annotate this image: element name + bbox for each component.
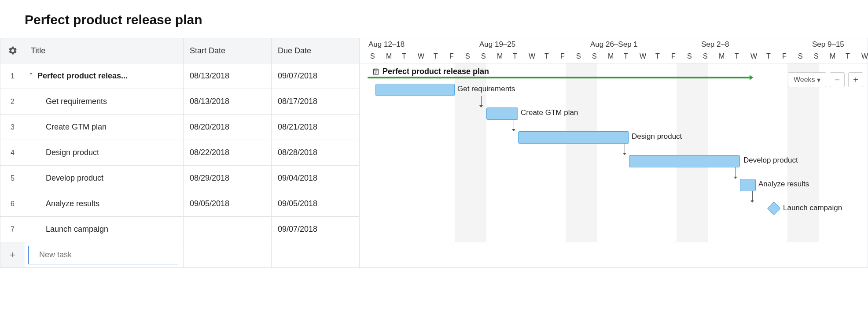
day-letter: S — [811, 52, 827, 60]
gantt-bar-label: Analyze results — [758, 180, 809, 189]
day-letter: W — [415, 52, 431, 60]
day-letter: F — [780, 52, 795, 60]
day-letter: W — [859, 52, 868, 60]
start-date-cell[interactable] — [183, 217, 271, 242]
gantt-summary-bar[interactable] — [368, 77, 750, 78]
row-number: 3 — [0, 115, 25, 140]
due-date-cell[interactable]: 09/04/2018 — [271, 166, 359, 191]
task-title-cell[interactable]: Get requirements — [25, 89, 183, 115]
row-number: 1 — [0, 63, 25, 89]
gantt-bar[interactable] — [740, 179, 756, 191]
svg-rect-0 — [374, 69, 379, 75]
start-date-cell[interactable]: 08/22/2018 — [183, 140, 271, 166]
day-letter: M — [716, 52, 732, 60]
day-letter: S — [574, 52, 589, 60]
zoom-out-button[interactable]: − — [830, 72, 845, 87]
empty-cell — [359, 242, 868, 268]
column-header-start-date[interactable]: Start Date — [183, 38, 271, 63]
gantt-bar-label: Get requirements — [457, 85, 515, 93]
table-settings-button[interactable] — [0, 38, 25, 63]
chevron-down-icon[interactable]: ˅ — [29, 71, 33, 81]
project-icon — [372, 68, 380, 76]
due-date-cell[interactable]: 09/07/2018 — [271, 63, 359, 89]
day-letter: F — [669, 52, 684, 60]
gantt-bar-label: Launch campaign — [783, 204, 842, 212]
day-letter: M — [383, 52, 399, 60]
day-letter: S — [795, 52, 811, 60]
task-title-cell[interactable]: Launch campaign — [25, 217, 183, 242]
gantt-bar[interactable] — [375, 84, 455, 96]
column-header-due-date[interactable]: Due Date — [271, 38, 359, 63]
day-letter: W — [748, 52, 764, 60]
timeline-header: Aug 12–18 Aug 19–25 Aug 26–Sep 1 Sep 2–8… — [359, 38, 868, 63]
task-title-cell[interactable]: Design product — [25, 140, 183, 166]
due-date-cell[interactable]: 08/17/2018 — [271, 89, 359, 115]
caret-down-icon: ▾ — [817, 76, 820, 84]
row-number: 4 — [0, 140, 25, 166]
add-task-button[interactable]: + — [0, 242, 25, 268]
day-letter: S — [478, 52, 494, 60]
day-letter: T — [399, 52, 415, 60]
gantt-bar[interactable] — [486, 107, 518, 120]
day-letter: M — [827, 52, 843, 60]
gear-icon — [8, 46, 18, 56]
gantt-bar[interactable] — [629, 155, 740, 167]
start-date-cell[interactable]: 08/13/2018 — [183, 63, 271, 89]
day-letter: M — [605, 52, 621, 60]
empty-cell — [271, 242, 359, 268]
day-letter: S — [684, 52, 700, 60]
zoom-in-button[interactable]: + — [848, 72, 863, 87]
gantt-bar-label: Develop product — [743, 156, 798, 165]
day-letter: T — [843, 52, 859, 60]
row-number: 2 — [0, 89, 25, 115]
day-letter: T — [732, 52, 748, 60]
due-date-cell[interactable]: 09/07/2018 — [271, 217, 359, 242]
week-label: Aug 12–18 — [368, 40, 405, 49]
day-letter: F — [558, 52, 574, 60]
row-number: 5 — [0, 166, 25, 191]
day-letter: W — [526, 52, 542, 60]
day-letter: T — [764, 52, 780, 60]
day-letter: T — [542, 52, 558, 60]
due-date-cell[interactable]: 09/05/2018 — [271, 191, 359, 217]
day-letter: S — [700, 52, 716, 60]
column-header-title[interactable]: Title — [25, 38, 183, 63]
new-task-input[interactable] — [28, 246, 178, 264]
week-label: Aug 19–25 — [479, 40, 515, 49]
start-date-cell[interactable]: 08/29/2018 — [183, 166, 271, 191]
gantt-summary-label: Perfect product release plan — [383, 67, 489, 76]
due-date-cell[interactable]: 08/28/2018 — [271, 140, 359, 166]
week-label: Sep 9–15 — [812, 40, 844, 49]
day-letter: S — [368, 52, 383, 60]
due-date-cell[interactable]: 08/21/2018 — [271, 115, 359, 140]
task-title-cell[interactable]: Analyze results — [25, 191, 183, 217]
row-number: 7 — [0, 217, 25, 242]
start-date-cell[interactable]: 09/05/2018 — [183, 191, 271, 217]
start-date-cell[interactable]: 08/13/2018 — [183, 89, 271, 115]
day-letter: W — [637, 52, 653, 60]
day-letter: S — [589, 52, 605, 60]
task-title: Perfect product releas... — [37, 71, 128, 81]
week-label: Sep 2–8 — [701, 40, 729, 49]
gantt-bar[interactable] — [518, 131, 629, 144]
day-letter: M — [494, 52, 510, 60]
task-title-cell[interactable]: Create GTM plan — [25, 115, 183, 140]
gantt-bar-label: Create GTM plan — [521, 108, 578, 117]
start-date-cell[interactable]: 08/20/2018 — [183, 115, 271, 140]
zoom-select[interactable]: Weeks ▾ — [788, 72, 826, 87]
day-letter: T — [621, 52, 637, 60]
gantt-area[interactable]: Perfect product release plan Weeks ▾ − +… — [359, 63, 868, 242]
task-title-cell[interactable]: ˅ Perfect product releas... — [25, 63, 183, 89]
day-letter: T — [653, 52, 669, 60]
gantt-milestone[interactable] — [767, 201, 780, 215]
gantt-summary-row[interactable]: Perfect product release plan — [372, 67, 489, 76]
task-title-cell[interactable]: Develop product — [25, 166, 183, 191]
day-letter: S — [463, 52, 478, 60]
day-letter: T — [431, 52, 447, 60]
day-letter: T — [510, 52, 526, 60]
row-number: 6 — [0, 191, 25, 217]
week-label: Aug 26–Sep 1 — [590, 40, 638, 49]
day-letter: F — [447, 52, 463, 60]
empty-cell — [183, 242, 271, 268]
new-task-cell[interactable] — [25, 242, 183, 268]
